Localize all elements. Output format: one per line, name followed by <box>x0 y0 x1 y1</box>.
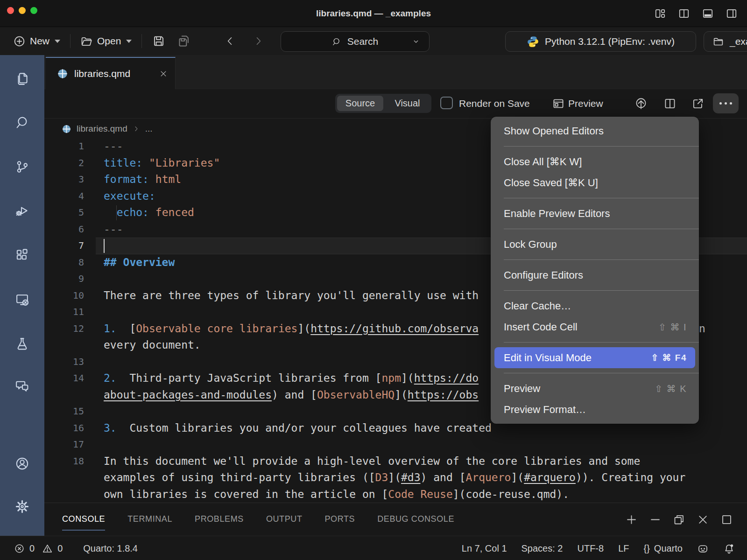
line-number: 5 <box>44 204 84 221</box>
toggle-secondary-sidebar-icon[interactable] <box>726 7 738 20</box>
code-text: 2. Third-party JavaScript libraries from… <box>104 370 479 387</box>
maximize-panel-icon[interactable] <box>720 513 733 526</box>
interpreter-selector[interactable]: Python 3.12.1 (PipEnv: .venv) <box>505 31 696 52</box>
caret-down-icon <box>126 40 132 43</box>
workspace-button[interactable]: _examples <box>704 31 747 52</box>
render-icon[interactable] <box>634 89 648 118</box>
menu-item-label: Enable Preview Editors <box>504 208 610 220</box>
code-text: execute: <box>104 188 155 205</box>
toggle-panel-icon[interactable] <box>702 7 714 20</box>
code-text: In this document we'll provide a high-le… <box>104 453 640 470</box>
source-label: Source <box>345 98 375 109</box>
navigate-back-icon[interactable] <box>225 35 236 47</box>
editor-tab-strip: libraries.qmd <box>44 55 747 89</box>
code-text: There are three types of library you'll … <box>104 287 479 304</box>
folder-open-icon <box>80 35 93 48</box>
menu-item-shortcut: ⇧ ⌘ F4 <box>651 352 687 363</box>
code-line-wrap[interactable]: examples of using third-party libraries … <box>44 469 747 486</box>
panel-tab-problems[interactable]: PROBLEMS <box>195 514 244 524</box>
preview-icon[interactable] <box>552 89 565 118</box>
more-actions-button[interactable] <box>713 93 739 113</box>
open-external-icon[interactable] <box>691 89 705 118</box>
toolbar-divider <box>141 34 142 48</box>
language-label: Quarto <box>654 543 683 554</box>
eol-setting[interactable]: LF <box>618 543 629 554</box>
menu-separator <box>504 146 699 147</box>
problems-indicator[interactable]: 0 0 <box>14 543 63 554</box>
panel-tab-ports[interactable]: PORTS <box>325 514 355 524</box>
tab-libraries-qmd[interactable]: libraries.qmd <box>46 57 176 89</box>
quarto-version[interactable]: Quarto: 1.8.4 <box>83 543 138 554</box>
cursor-position[interactable]: Ln 7, Col 1 <box>462 543 507 554</box>
menu-item-clear-cache[interactable]: Clear Cache… <box>494 295 695 316</box>
close-panel-icon[interactable] <box>697 513 709 526</box>
sidebar-item-source-control[interactable] <box>0 154 44 180</box>
line-number: 9 <box>44 271 84 287</box>
code-line-wrap[interactable]: own libraries is covered in the article … <box>44 486 747 503</box>
menu-item-lock-group[interactable]: Lock Group <box>494 234 695 255</box>
language-mode[interactable]: {} Quarto <box>643 543 683 554</box>
line-number: 10 <box>44 287 84 304</box>
sidebar-item-settings[interactable] <box>0 493 44 519</box>
breadcrumb-file[interactable]: libraries.qmd <box>77 124 127 134</box>
encoding-setting[interactable]: UTF-8 <box>577 543 604 554</box>
bottom-panel: CONSOLETERMINALPROBLEMSOUTPUTPORTSDEBUG … <box>44 503 747 535</box>
minimize-panel-icon[interactable] <box>649 513 662 526</box>
split-editor-icon[interactable] <box>678 7 690 20</box>
code-line-18[interactable]: 18In this document we'll provide a high-… <box>44 453 747 470</box>
code-line-17[interactable]: 17 <box>44 436 747 453</box>
sidebar-item-run-and-debug[interactable] <box>0 197 44 224</box>
menu-item-close-all-k-w[interactable]: Close All [⌘K W] <box>494 151 695 172</box>
code-text: about-packages-and-modules) and [Observa… <box>104 387 479 404</box>
render-on-save-checkbox[interactable] <box>440 97 453 109</box>
breadcrumb-more[interactable]: ... <box>145 124 153 134</box>
menu-item-label: Show Opened Editors <box>504 125 604 137</box>
menu-item-insert-code-cell[interactable]: Insert Code Cell⇧ ⌘ I <box>494 316 695 337</box>
sidebar-item-extensions[interactable] <box>0 242 44 268</box>
restore-panel-icon[interactable] <box>673 513 685 526</box>
source-mode-button[interactable]: Source <box>337 96 383 111</box>
sidebar-item-remote-sessions[interactable] <box>0 286 44 312</box>
search-input[interactable]: Search <box>281 31 430 52</box>
save-icon[interactable] <box>152 34 166 48</box>
menu-item-preview[interactable]: Preview⇧ ⌘ K <box>494 378 695 399</box>
menu-item-preview-format[interactable]: Preview Format… <box>494 399 695 420</box>
menu-item-close-saved-k-u[interactable]: Close Saved [⌘K U] <box>494 172 695 193</box>
menu-item-show-opened-editors[interactable]: Show Opened Editors <box>494 120 695 141</box>
close-tab-icon[interactable] <box>159 70 168 78</box>
sidebar-item-explorer[interactable] <box>0 65 44 91</box>
sidebar-item-account[interactable] <box>0 450 44 476</box>
code-text: --- <box>104 138 123 155</box>
open-button[interactable]: Open <box>80 35 132 48</box>
error-count: 0 <box>29 543 35 554</box>
sidebar-item-search[interactable] <box>0 109 44 135</box>
sidebar-item-comments[interactable] <box>0 372 44 399</box>
navigate-forward-icon[interactable] <box>253 35 264 47</box>
notifications-bell-icon[interactable] <box>723 543 735 554</box>
braces-icon: {} <box>643 543 649 554</box>
titlebar-layout-controls <box>654 0 738 27</box>
save-all-icon[interactable] <box>177 34 191 48</box>
menu-item-configure-editors[interactable]: Configure Editors <box>494 265 695 286</box>
copilot-icon[interactable] <box>697 543 709 554</box>
visual-mode-button[interactable]: Visual <box>385 96 430 111</box>
split-editor-icon[interactable] <box>663 89 677 118</box>
panel-tab-debug-console[interactable]: DEBUG CONSOLE <box>377 514 454 524</box>
sidebar-item-testing[interactable] <box>0 330 44 357</box>
panel-tab-output[interactable]: OUTPUT <box>266 514 303 524</box>
preview-label[interactable]: Preview <box>568 89 603 118</box>
panel-tab-terminal[interactable]: TERMINAL <box>127 514 172 524</box>
menu-item-edit-in-visual-mode[interactable]: Edit in Visual Mode⇧ ⌘ F4 <box>494 347 695 368</box>
indentation-setting[interactable]: Spaces: 2 <box>521 543 563 554</box>
status-bar: 0 0 Quarto: 1.8.4 Ln 7, Col 1 Spaces: 2 … <box>0 536 747 560</box>
line-number: 8 <box>44 254 84 271</box>
new-console-icon[interactable] <box>625 513 638 526</box>
warning-icon <box>42 543 53 554</box>
panel-tab-console[interactable]: CONSOLE <box>62 514 105 524</box>
explorer-icon <box>15 71 29 86</box>
menu-item-enable-preview-editors[interactable]: Enable Preview Editors <box>494 203 695 224</box>
activity-bar <box>0 55 44 537</box>
new-button[interactable]: New <box>13 35 60 48</box>
customize-layout-icon[interactable] <box>654 7 666 20</box>
editor-action-row: Source Visual Render on Save Preview <box>44 89 747 118</box>
